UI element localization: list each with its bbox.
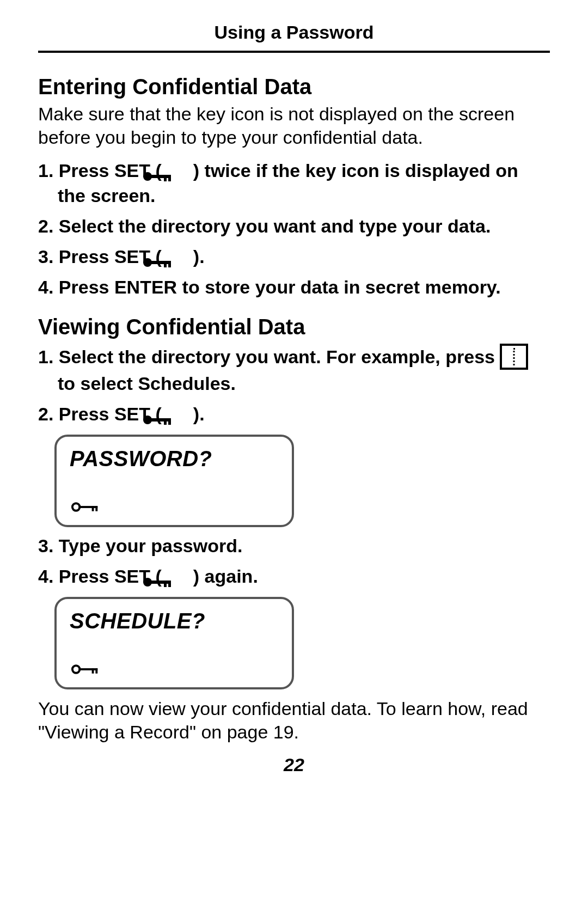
viewing-steps-2: Type your password. Press SET () again. [38,534,550,589]
step: Select the directory you want. For examp… [38,345,550,396]
page-number: 22 [38,754,550,775]
lcd-text: PASSWORD? [70,447,279,471]
svg-rect-13 [78,506,97,508]
step-text: Select the directory you want. For examp… [59,346,500,367]
svg-rect-7 [168,261,171,267]
svg-rect-1 [151,175,170,178]
step: Press SET (). [38,402,550,427]
key-icon [162,164,193,178]
header-divider [38,51,550,53]
lcd-schedule: SCHEDULE? [54,597,294,689]
key-icon [71,662,101,679]
svg-point-4 [143,258,152,267]
svg-rect-17 [151,581,170,584]
svg-rect-11 [168,418,171,425]
svg-rect-21 [78,668,97,670]
footer-text: You can now view your confidential data.… [38,697,550,743]
svg-rect-15 [95,506,97,511]
step: Press ENTER to store your data in secret… [38,275,550,300]
key-icon [71,500,101,516]
key-icon [162,570,193,583]
svg-rect-6 [164,261,167,267]
page-header: Using a Password [38,22,550,43]
lcd-password: PASSWORD? [54,435,294,527]
lcd-text: SCHEDULE? [70,609,279,633]
entering-steps: Press SET () twice if the key icon is di… [38,158,550,300]
key-icon [162,251,193,264]
step: Press SET (). [38,245,550,270]
step-text: to select Schedules. [58,373,236,394]
step-text: ). [193,246,205,267]
svg-rect-19 [168,581,171,587]
schedule-icon [500,344,528,370]
svg-point-16 [143,578,152,587]
step: Press SET () again. [38,564,550,589]
svg-rect-10 [164,418,167,425]
svg-point-20 [72,665,80,673]
viewing-steps-1: Select the directory you want. For examp… [38,345,550,427]
key-icon [162,408,193,421]
svg-rect-14 [92,506,94,511]
svg-rect-5 [151,261,170,264]
svg-point-8 [143,416,152,424]
step-text: ) again. [193,566,258,587]
section-viewing-title: Viewing Confidential Data [38,315,550,339]
svg-rect-3 [168,175,171,181]
svg-rect-22 [92,668,94,674]
section-entering-intro: Make sure that the key icon is not displ… [38,102,550,149]
svg-rect-2 [164,175,167,181]
step: Press SET () twice if the key icon is di… [38,158,550,209]
svg-rect-9 [151,418,170,422]
svg-point-12 [72,503,80,511]
svg-point-0 [143,172,152,181]
svg-rect-23 [95,668,97,674]
svg-rect-18 [164,581,167,587]
step-text: ). [193,404,205,424]
step: Select the directory you want and type y… [38,214,550,239]
section-entering-title: Entering Confidential Data [38,75,550,99]
step: Type your password. [38,534,550,559]
